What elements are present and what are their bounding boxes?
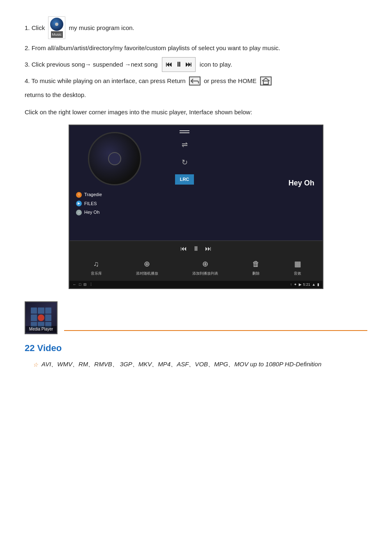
player-bottom-menu: ♫ 音乐库 ⊕ 添对随机播放 ⊕ 添加到播放列表 🗑 删除 ▦ 音效 <box>74 257 318 278</box>
feature-item-1: ☆ AVI、WMV、RM、RMVB、 3GP、MKV、MP4、ASF、VOB、M… <box>33 359 367 369</box>
back-btn[interactable]: ← <box>73 282 76 287</box>
status-right: ↑ ✦ ▶ 5:21 ▲ ▮ <box>290 282 319 287</box>
player-controls-area: ⏮ ⏸ ⏭ ♫ 音乐库 ⊕ 添对随机播放 ⊕ 添加到播放列表 🗑 删除 ▦ <box>69 240 323 281</box>
tragedie-label: Tragedie <box>84 191 102 199</box>
menu-music-library[interactable]: ♫ 音乐库 <box>91 258 102 277</box>
apps-btn[interactable]: ⊟ <box>83 282 87 287</box>
delete-icon: 🗑 <box>252 258 260 270</box>
return-button-icon <box>189 76 201 86</box>
home-btn[interactable]: □ <box>79 282 81 287</box>
grid-cell-1 <box>31 308 37 314</box>
add-playlist-label: 添加到播放列表 <box>192 271 218 276</box>
step-3: 3. Click previous song→ suspended →next … <box>25 57 367 72</box>
battery-icon: ▮ <box>317 282 319 287</box>
menu-delete[interactable]: 🗑 删除 <box>252 258 260 277</box>
playlist-panel: ♫ Tragedie ▶ FILES ♪ Hey Oh <box>76 190 153 217</box>
step-3-text-before: 3. Click previous song→ suspended →next … <box>25 60 158 69</box>
step-5: Click on the right lower corner images i… <box>25 107 367 117</box>
step-2: 2. From all/album/artist/directory/my fa… <box>25 43 367 53</box>
transport-controls-icon: ⏮ ⏸ ⏭ <box>162 57 196 72</box>
menu-sound-effects[interactable]: ▦ 音效 <box>294 258 301 277</box>
bluetooth-icon: ✦ <box>294 282 297 287</box>
player-left-panel: ♫ Tragedie ▶ FILES ♪ Hey Oh <box>69 125 160 240</box>
player-prev-icon[interactable]: ⏮ <box>180 243 187 254</box>
music-program-icon: Music <box>48 16 65 39</box>
music-library-icon: ♫ <box>93 258 99 270</box>
menu-btn[interactable]: ⋮ <box>89 282 93 287</box>
step-4: 4. To music while playing on an interfac… <box>25 76 367 100</box>
section-title: 22 Video <box>25 341 367 355</box>
files-label: FILES <box>84 200 97 208</box>
grid-cell-6 <box>45 314 51 321</box>
section-number: 22 <box>25 343 35 353</box>
playlist-item-heyoh: ♪ Hey Oh <box>76 208 153 217</box>
now-playing-title: Hey Oh <box>288 177 314 189</box>
feature-list: ☆ AVI、WMV、RM、RMVB、 3GP、MKV、MP4、ASF、VOB、M… <box>25 359 367 372</box>
player-center-panel: ⇌ ↻ LRC <box>160 125 209 240</box>
step-3-text-after: icon to play. <box>200 60 232 69</box>
music-player-screenshot: ♫ Tragedie ▶ FILES ♪ Hey Oh ⇌ ↻ <box>69 125 323 289</box>
lrc-button[interactable]: LRC <box>175 174 194 185</box>
music-circle-icon <box>50 18 63 31</box>
player-transport-bar: ⏮ ⏸ ⏭ <box>74 243 318 254</box>
prev-icon: ⏮ <box>166 59 172 70</box>
menu-random-play[interactable]: ⊕ 添对随机播放 <box>136 258 158 277</box>
sound-effects-label: 音效 <box>294 271 301 276</box>
section-divider <box>64 330 367 331</box>
sound-effects-icon: ▦ <box>294 258 301 270</box>
menu-lines-icon <box>180 130 189 133</box>
feature-text-1: AVI、WMV、RM、RMVB、 3GP、MKV、MP4、ASF、VOB、MPG… <box>42 359 321 369</box>
media-player-label: Media Player <box>25 326 57 333</box>
menu-add-playlist[interactable]: ⊕ 添加到播放列表 <box>192 258 218 277</box>
add-playlist-icon: ⊕ <box>202 258 208 270</box>
step-1: 1. Click Music my music program icon. <box>25 16 367 39</box>
repeat-icon: ↻ <box>182 157 188 169</box>
step-5-text: Click on the right lower corner images i… <box>25 109 252 116</box>
step-2-text: 2. From all/album/artist/directory/my fa… <box>25 44 280 51</box>
menu-line-1 <box>180 130 189 131</box>
shuffle-icon: ⇌ <box>182 139 188 151</box>
grid-cell-3 <box>45 308 51 314</box>
random-play-icon: ⊕ <box>144 258 150 270</box>
player-next-icon[interactable]: ⏭ <box>205 243 212 254</box>
menu-line-2 <box>180 132 189 133</box>
step-4-text-end: returns to the desktop. <box>25 90 367 100</box>
media-icon-image: Media Player <box>25 301 58 334</box>
player-status-bar: ← □ ⊟ ⋮ ↑ ✦ ▶ 5:21 ▲ ▮ <box>69 281 323 288</box>
media-player-section: Media Player 22 Video ☆ AVI、WMV、RM、RMVB、… <box>25 301 367 372</box>
random-play-label: 添对随机播放 <box>136 271 158 276</box>
playlist-item-files: ▶ FILES <box>76 199 153 208</box>
svg-rect-0 <box>263 81 268 84</box>
grid-cell-2 <box>38 308 44 314</box>
step-1-text-before: 1. Click <box>25 23 45 33</box>
step-1-text-after: my music program icon. <box>69 23 134 33</box>
tragedie-icon: ♫ <box>76 192 82 198</box>
section-title-word: Video <box>37 343 62 353</box>
album-art <box>88 132 141 185</box>
delete-label: 删除 <box>252 271 260 276</box>
media-player-header: Media Player <box>25 301 367 334</box>
next-icon: ⏭ <box>185 59 192 70</box>
media-icon-grid <box>31 308 51 328</box>
music-library-label: 音乐库 <box>91 271 102 276</box>
time-display: 5:21 <box>303 282 311 287</box>
wifi-icon: ↑ <box>290 282 292 287</box>
signal-icon: ▲ <box>312 282 316 287</box>
grid-cell-4 <box>31 314 37 321</box>
star-icon: ☆ <box>33 360 38 369</box>
home-button-icon <box>260 76 272 86</box>
media-player-icon-wrapper: Media Player <box>25 301 58 334</box>
music-icon-label: Music <box>51 31 63 38</box>
player-main-area: ♫ Tragedie ▶ FILES ♪ Hey Oh ⇌ ↻ <box>69 125 323 240</box>
player-pause-icon[interactable]: ⏸ <box>193 243 199 254</box>
heyoh-list-icon: ♪ <box>76 210 82 215</box>
playlist-item-tragedie: ♫ Tragedie <box>76 190 153 199</box>
status-left: ← □ ⊟ ⋮ <box>73 282 93 287</box>
player-right-panel: Hey Oh <box>209 125 323 240</box>
files-icon: ▶ <box>76 201 82 206</box>
heyoh-label: Hey Oh <box>84 209 99 216</box>
pause-icon: ⏸ <box>175 59 182 70</box>
play-status-icon: ▶ <box>299 282 302 287</box>
step-4-text-before: 4. To music while playing on an interfac… <box>25 76 186 86</box>
step-4-text-middle: or press the HOME <box>204 76 256 86</box>
